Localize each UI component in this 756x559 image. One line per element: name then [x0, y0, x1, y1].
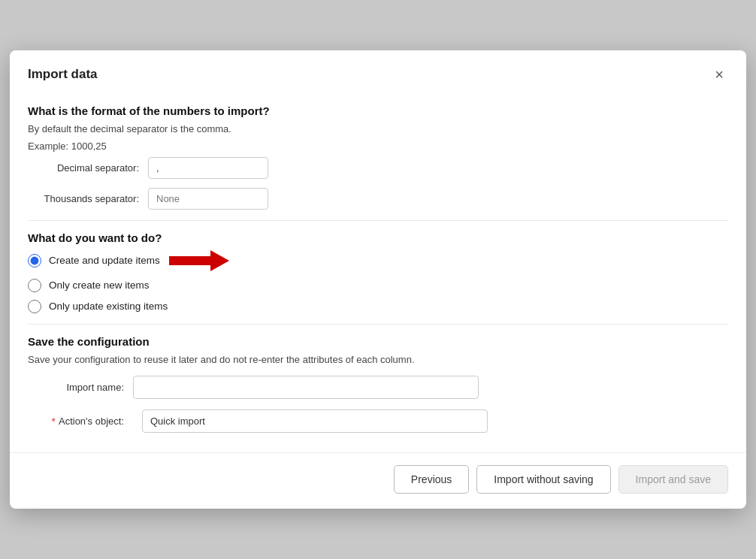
red-arrow-icon — [169, 250, 229, 271]
required-star: * — [52, 415, 56, 428]
actions-object-label: Action's object: — [59, 415, 124, 427]
decimal-label: Decimal separator: — [28, 162, 148, 174]
actions-object-input[interactable] — [142, 409, 488, 433]
format-heading: What is the format of the numbers to imp… — [28, 104, 728, 117]
radio-item-1[interactable]: Create and update items — [28, 250, 728, 271]
radio-label-3: Only update existing items — [49, 301, 168, 312]
config-desc: Save your configuration to reuse it late… — [28, 352, 728, 367]
thousands-row: Thousands separator: — [28, 188, 728, 210]
dialog-header: Import data × — [10, 50, 746, 92]
radio-arrow-wrapper: Create and update items — [49, 250, 229, 271]
radio-group: Create and update items Only create new … — [28, 250, 728, 313]
format-section: What is the format of the numbers to imp… — [28, 104, 728, 210]
import-dialog: Import data × What is the format of the … — [10, 50, 746, 509]
import-name-input[interactable] — [133, 376, 479, 399]
radio-label-2: Only create new items — [49, 280, 150, 291]
radio-item-2[interactable]: Only create new items — [28, 279, 728, 292]
dialog-body: What is the format of the numbers to imp… — [10, 92, 746, 444]
import-and-save-button[interactable]: Import and save — [618, 465, 728, 494]
config-heading: Save the configuration — [28, 335, 728, 348]
import-name-row: Import name: — [28, 376, 728, 399]
radio-update-only[interactable] — [28, 300, 41, 313]
decimal-row: Decimal separator: — [28, 157, 728, 179]
decimal-input[interactable] — [148, 157, 268, 179]
close-button[interactable]: × — [710, 65, 728, 83]
radio-item-3[interactable]: Only update existing items — [28, 300, 728, 313]
actions-object-row: * Action's object: — [28, 409, 728, 433]
import-without-saving-button[interactable]: Import without saving — [476, 465, 610, 494]
thousands-input[interactable] — [148, 188, 268, 210]
format-desc-1: By default the decimal separator is the … — [28, 122, 728, 137]
config-section: Save the configuration Save your configu… — [28, 335, 728, 434]
previous-button[interactable]: Previous — [394, 465, 469, 494]
radio-create-update[interactable] — [28, 254, 41, 267]
action-heading: What do you want to do? — [28, 231, 728, 244]
radio-create-only[interactable] — [28, 279, 41, 292]
actions-object-label-wrapper: * Action's object: — [28, 415, 133, 428]
action-section: What do you want to do? Create and updat… — [28, 231, 728, 313]
dialog-footer: Previous Import without saving Import an… — [10, 452, 746, 509]
dialog-title: Import data — [28, 67, 98, 82]
divider-2 — [28, 324, 728, 325]
import-name-label: Import name: — [28, 382, 133, 393]
divider-1 — [28, 220, 728, 221]
thousands-label: Thousands separator: — [28, 193, 148, 204]
svg-marker-0 — [169, 250, 229, 271]
format-desc-2: Example: 1000,25 — [28, 139, 728, 154]
radio-label-1: Create and update items — [49, 255, 160, 266]
